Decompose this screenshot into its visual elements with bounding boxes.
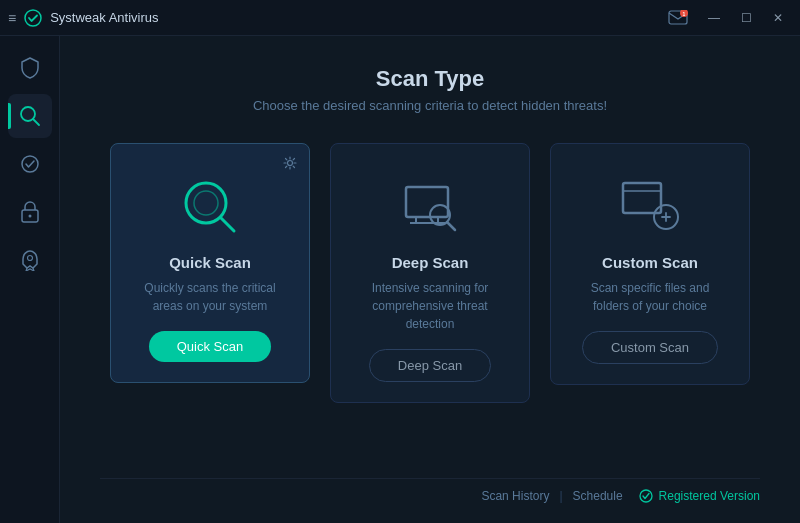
page-header: Scan Type Choose the desired scanning cr… (100, 66, 760, 113)
app-logo (24, 9, 42, 27)
footer: Scan History | Schedule Registered Versi… (100, 478, 760, 503)
main-layout: Scan Type Choose the desired scanning cr… (0, 36, 800, 523)
quick-scan-icon (175, 172, 245, 242)
sidebar (0, 36, 60, 523)
card-settings-icon[interactable] (283, 156, 297, 170)
custom-scan-icon (615, 172, 685, 242)
sidebar-item-safe[interactable] (8, 142, 52, 186)
footer-divider: | (559, 489, 562, 503)
svg-line-13 (221, 218, 234, 231)
svg-point-10 (288, 161, 293, 166)
deep-scan-desc: Intensive scanning for comprehensive thr… (351, 279, 509, 333)
sidebar-item-vpn[interactable] (8, 190, 52, 234)
scan-history-link[interactable]: Scan History (481, 489, 549, 503)
page-title: Scan Type (100, 66, 760, 92)
sidebar-item-protection[interactable] (8, 46, 52, 90)
custom-scan-desc: Scan specific files and folders of your … (571, 279, 729, 315)
deep-scan-card[interactable]: Deep Scan Intensive scanning for compreh… (330, 143, 530, 403)
close-button[interactable]: ✕ (764, 7, 792, 29)
custom-scan-card[interactable]: Custom Scan Scan specific files and fold… (550, 143, 750, 385)
svg-point-6 (22, 156, 38, 172)
sidebar-item-boost[interactable] (8, 238, 52, 282)
content-area: Scan Type Choose the desired scanning cr… (60, 36, 800, 523)
title-bar-left: ≡ Systweak Antivirus (8, 9, 159, 27)
svg-line-5 (33, 119, 39, 125)
svg-line-19 (447, 222, 455, 230)
hamburger-icon[interactable]: ≡ (8, 10, 16, 26)
title-bar-right: 1 — ☐ ✕ (668, 7, 792, 29)
svg-point-12 (194, 191, 218, 215)
svg-text:1: 1 (683, 11, 686, 17)
active-indicator (8, 103, 11, 129)
deep-scan-button[interactable]: Deep Scan (369, 349, 491, 382)
schedule-link[interactable]: Schedule (573, 489, 623, 503)
quick-scan-card[interactable]: Quick Scan Quickly scans the critical ar… (110, 143, 310, 383)
scan-cards-container: Quick Scan Quickly scans the critical ar… (100, 143, 760, 468)
svg-point-0 (25, 10, 41, 26)
registered-label: Registered Version (659, 489, 760, 503)
minimize-button[interactable]: — (700, 7, 728, 29)
svg-point-25 (640, 490, 652, 502)
svg-rect-14 (406, 187, 448, 217)
custom-scan-button[interactable]: Custom Scan (582, 331, 718, 364)
deep-scan-title: Deep Scan (392, 254, 469, 271)
page-subtitle: Choose the desired scanning criteria to … (100, 98, 760, 113)
registered-status: Registered Version (639, 489, 760, 503)
deep-scan-icon (395, 172, 465, 242)
svg-point-8 (28, 215, 31, 218)
notification-badge[interactable]: 1 (668, 10, 688, 26)
svg-point-9 (27, 256, 32, 261)
quick-scan-title: Quick Scan (169, 254, 251, 271)
title-bar: ≡ Systweak Antivirus 1 — ☐ ✕ (0, 0, 800, 36)
quick-scan-button[interactable]: Quick Scan (149, 331, 271, 362)
quick-scan-desc: Quickly scans the critical areas on your… (131, 279, 289, 315)
maximize-button[interactable]: ☐ (732, 7, 760, 29)
app-title: Systweak Antivirus (50, 10, 158, 25)
sidebar-item-scan[interactable] (8, 94, 52, 138)
custom-scan-title: Custom Scan (602, 254, 698, 271)
svg-rect-20 (623, 183, 661, 213)
footer-links: Scan History | Schedule (481, 489, 622, 503)
